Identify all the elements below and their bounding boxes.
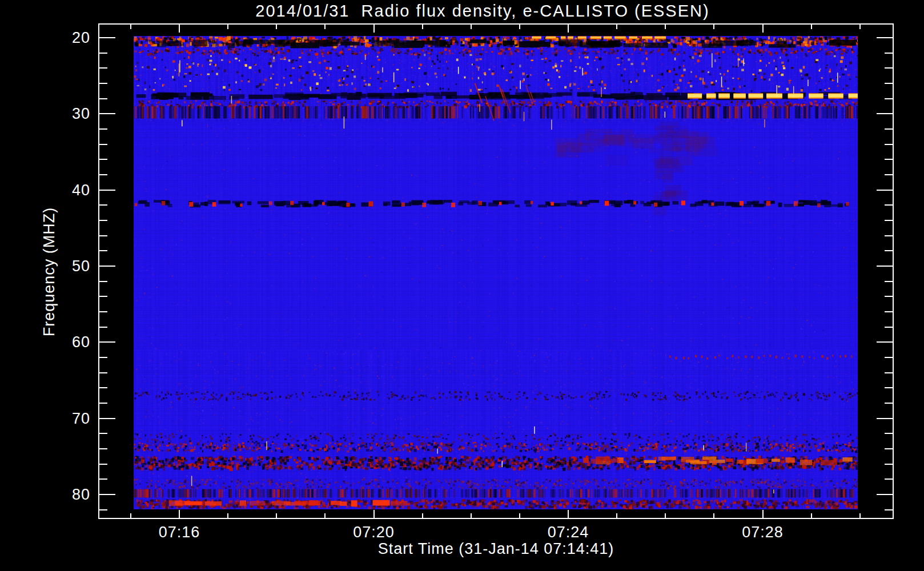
axis-tick: [885, 372, 893, 373]
axis-tick: [885, 67, 893, 69]
axis-tick: [324, 25, 326, 29]
axis-tick: [130, 513, 131, 518]
axis-tick: [885, 509, 893, 510]
axis-tick: [762, 25, 764, 33]
axis-tick: [568, 25, 569, 33]
chart-title: 2014/01/31 Radio flux density, e-CALLIST…: [86, 2, 879, 21]
axis-tick: [877, 37, 893, 38]
axis-tick: [227, 25, 228, 29]
axis-tick: [99, 235, 107, 236]
axis-tick: [885, 478, 893, 480]
axis-tick: [885, 296, 893, 297]
axis-tick: [877, 341, 893, 343]
axis-tick: [99, 433, 107, 434]
axis-tick: [885, 235, 893, 236]
axis-tick: [99, 37, 115, 38]
axis-tick: [877, 266, 893, 267]
axis-tick: [713, 25, 714, 29]
axis-tick: [713, 513, 714, 518]
axis-tick: [471, 513, 472, 518]
axis-tick: [885, 281, 893, 282]
axis-tick: [99, 204, 107, 206]
y-tick-label: 40: [33, 181, 90, 199]
axis-tick: [99, 296, 107, 297]
axis-tick: [885, 250, 893, 251]
axis-tick: [885, 387, 893, 388]
spectrogram-page: 2014/01/31 Radio flux density, e-CALLIST…: [0, 0, 924, 571]
axis-tick: [99, 266, 115, 267]
axis-tick: [99, 53, 107, 54]
axis-tick: [324, 513, 326, 518]
axis-tick: [877, 418, 893, 419]
axis-tick: [859, 513, 861, 518]
x-tick-label: 07:28: [723, 524, 803, 541]
axis-tick: [99, 144, 107, 145]
axis-tick: [99, 159, 107, 160]
axis-tick: [99, 311, 107, 312]
axis-tick: [519, 25, 520, 29]
axis-tick: [99, 281, 107, 282]
axis-tick: [422, 513, 423, 518]
axis-tick: [99, 509, 107, 510]
y-tick-label: 80: [33, 485, 90, 504]
axis-tick: [99, 220, 107, 221]
x-tick-label: 07:20: [334, 524, 414, 541]
axis-tick: [885, 53, 893, 54]
axis-tick: [99, 372, 107, 373]
axis-tick: [665, 513, 666, 518]
axis-tick: [877, 190, 893, 191]
axis-tick: [811, 25, 812, 29]
axis-tick: [885, 433, 893, 434]
axis-tick: [762, 510, 764, 518]
axis-tick: [99, 403, 107, 404]
axis-tick: [811, 513, 812, 518]
axis-tick: [373, 25, 375, 33]
axis-tick: [885, 98, 893, 99]
axis-tick: [885, 448, 893, 449]
y-tick-label: 20: [33, 29, 90, 47]
axis-tick: [227, 513, 228, 518]
x-tick-label: 07:24: [528, 524, 608, 541]
axis-tick: [471, 25, 472, 29]
axis-tick: [885, 311, 893, 312]
axis-tick: [885, 204, 893, 206]
y-axis-title: Frequency (MHZ): [41, 207, 58, 337]
axis-tick: [99, 174, 107, 175]
axis-tick: [276, 25, 277, 29]
y-tick-label: 70: [33, 409, 90, 428]
axis-tick: [885, 464, 893, 465]
axis-tick: [179, 510, 180, 518]
y-tick-label: 30: [33, 104, 90, 123]
axis-tick: [99, 83, 107, 84]
axis-tick: [99, 98, 107, 99]
axis-tick: [99, 128, 107, 130]
axis-tick: [885, 403, 893, 404]
axis-tick: [885, 357, 893, 358]
x-tick-label: 07:16: [139, 524, 219, 541]
axis-tick: [885, 144, 893, 145]
axis-tick: [885, 128, 893, 130]
axis-tick: [885, 83, 893, 84]
axis-tick: [877, 113, 893, 114]
axis-tick: [99, 494, 115, 495]
axis-tick: [99, 113, 115, 114]
axis-tick: [130, 25, 131, 29]
axis-tick: [519, 513, 520, 518]
axis-tick: [99, 448, 107, 449]
x-axis-title: Start Time (31-Jan-14 07:14:41): [98, 540, 894, 558]
axis-tick: [99, 327, 107, 328]
axis-tick: [422, 25, 423, 29]
axis-tick: [885, 174, 893, 175]
axis-tick: [99, 387, 107, 388]
axis-tick: [99, 357, 107, 358]
axis-tick: [179, 25, 180, 33]
axis-tick: [276, 513, 277, 518]
axis-tick: [885, 159, 893, 160]
axis-tick: [99, 250, 107, 251]
axis-tick: [877, 494, 893, 495]
axis-tick: [665, 25, 666, 29]
axis-tick: [99, 418, 115, 419]
spectrogram-canvas: [134, 36, 858, 509]
axis-tick: [616, 513, 617, 518]
axis-tick: [99, 67, 107, 69]
